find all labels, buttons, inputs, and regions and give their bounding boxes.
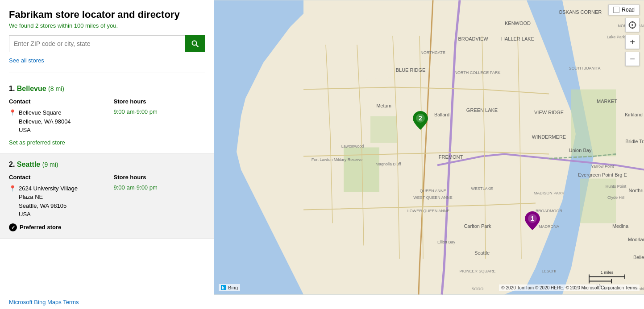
store-1-contact: Contact 📍 Bellevue Square Bellevue, WA 9… [9, 98, 100, 135]
map-controls: Road + − [608, 4, 640, 66]
svg-text:VIEW RIDGE: VIEW RIDGE [534, 110, 564, 115]
page-title: Fabrikam store locator and directory [9, 9, 205, 21]
search-input[interactable] [9, 35, 185, 52]
map-bing-attribution: b Bing [219, 284, 240, 291]
svg-point-66 [632, 24, 633, 26]
svg-text:Carlton Park: Carlton Park [464, 223, 491, 229]
svg-text:LESCHI: LESCHI [542, 269, 557, 273]
store-1-details: Contact 📍 Bellevue Square Bellevue, WA 9… [9, 98, 205, 135]
location-icon-1: 📍 [9, 109, 16, 116]
store-2-name: 2. Seattle (9 mi) [9, 161, 205, 169]
store-2-hours: 9:00 am-9:00 pm [114, 184, 205, 191]
svg-text:NORTHGATE: NORTHGATE [420, 50, 445, 55]
svg-text:Seattle: Seattle [474, 250, 490, 255]
svg-text:WESTLAKE: WESTLAKE [471, 186, 493, 191]
svg-text:Union Bay: Union Bay [569, 148, 592, 153]
svg-rect-4 [370, 116, 397, 143]
svg-text:FREMONT: FREMONT [439, 154, 463, 160]
store-2-contact-label: Contact [9, 174, 100, 181]
store-1-city: Bellevue [17, 85, 46, 92]
store-1-address: Bellevue Square Bellevue, WA 98004 USA [19, 108, 71, 135]
store-2-hours-label: Store hours [114, 174, 205, 181]
store-1-distance: (8 mi) [48, 85, 64, 92]
svg-text:SODO: SODO [472, 287, 484, 291]
store-2-details: Contact 📍 2624 University Village Plaza … [9, 174, 205, 219]
svg-text:Northrup: Northrup [629, 188, 644, 193]
svg-text:GREEN LAKE: GREEN LAKE [466, 107, 498, 113]
bing-icon: b [221, 285, 226, 290]
zoom-in-button[interactable]: + [625, 35, 640, 49]
svg-text:b: b [222, 286, 224, 290]
svg-text:Lawtonwood: Lawtonwood [341, 144, 364, 148]
svg-text:WINDERMERE: WINDERMERE [532, 134, 566, 140]
set-preferred-link-1[interactable]: Set as preferred store [9, 139, 65, 146]
svg-text:Clyde Hill: Clyde Hill [607, 195, 624, 200]
page-footer: Microsoft Bing Maps Terms [0, 295, 644, 309]
store-2-contact: Contact 📍 2624 University Village Plaza … [9, 174, 100, 219]
locate-icon [628, 21, 636, 29]
locate-button[interactable] [625, 18, 640, 32]
svg-text:HALLER LAKE: HALLER LAKE [501, 36, 534, 41]
store-list-panel: Fabrikam store locator and directory We … [0, 0, 214, 295]
svg-text:MADRONA: MADRONA [539, 224, 559, 229]
svg-text:MADISON PARK: MADISON PARK [534, 191, 564, 195]
svg-text:Fort Lawton Military Reserve: Fort Lawton Military Reserve [312, 157, 363, 162]
svg-text:Elliott Bay: Elliott Bay [437, 240, 456, 244]
svg-text:Medina: Medina [612, 223, 629, 229]
svg-text:Ballard: Ballard [434, 112, 449, 117]
road-icon [613, 7, 619, 13]
preferred-badge: ✓ Preferred store [9, 223, 205, 231]
svg-text:Moorland: Moorland [628, 237, 644, 242]
svg-text:NORTH COLLEGE PARK: NORTH COLLEGE PARK [454, 70, 500, 75]
panel-header: Fabrikam store locator and directory We … [0, 0, 214, 78]
map-container: KENWOOD OSKANS CORNER Lake Park NORTH JU… [214, 0, 644, 295]
svg-text:BLUE RIDGE: BLUE RIDGE [396, 67, 426, 73]
svg-text:Magnolia Bluff: Magnolia Bluff [376, 162, 401, 166]
svg-rect-3 [344, 148, 379, 192]
svg-line-1 [196, 45, 199, 47]
map-svg: KENWOOD OSKANS CORNER Lake Park NORTH JU… [214, 0, 644, 295]
store-card-1: 1. Bellevue (8 mi) Contact 📍 Bellevue Sq… [0, 78, 214, 153]
store-2-address-row: 📍 2624 University Village Plaza NE Seatt… [9, 184, 100, 219]
store-1-hours: 9:00 am-9:00 pm [114, 108, 205, 115]
store-card-2: 2. Seattle (9 mi) Contact 📍 2624 Univers… [0, 153, 214, 239]
store-1-contact-label: Contact [9, 98, 100, 105]
map-pin-2[interactable]: 2 [413, 111, 428, 130]
store-2-number: 2. [9, 161, 15, 168]
see-all-link[interactable]: See all stores [9, 57, 44, 64]
search-button[interactable] [185, 35, 205, 52]
search-row [9, 35, 205, 52]
store-1-hours-col: Store hours 9:00 am-9:00 pm [114, 98, 205, 135]
svg-text:OSKANS CORNER: OSKANS CORNER [559, 9, 602, 15]
svg-text:QUEEN ANNE: QUEEN ANNE [420, 189, 446, 193]
location-icon-2: 📍 [9, 185, 16, 192]
svg-text:2: 2 [419, 115, 422, 122]
svg-text:MARKET: MARKET [597, 99, 617, 104]
search-icon [191, 40, 199, 47]
svg-text:WEST QUEEN ANNE: WEST QUEEN ANNE [413, 195, 452, 200]
svg-text:KENWOOD: KENWOOD [505, 21, 531, 26]
road-label: Road [622, 7, 635, 13]
svg-text:Yarrow Point: Yarrow Point [591, 164, 614, 169]
store-2-hours-col: Store hours 9:00 am-9:00 pm [114, 174, 205, 219]
store-2-address: 2624 University Village Plaza NE Seattle… [19, 184, 78, 219]
result-count: We found 2 stores within 100 miles of yo… [9, 22, 205, 29]
store-1-number: 1. [9, 85, 15, 92]
road-view-button[interactable]: Road [608, 4, 640, 15]
map-copyright: © 2020 TomTom © 2020 HERE, © 2020 Micros… [499, 284, 640, 291]
map-pin-1[interactable]: 1 [525, 211, 540, 230]
store-1-address-row: 📍 Bellevue Square Bellevue, WA 98004 USA [9, 108, 100, 135]
preferred-check-icon: ✓ [9, 223, 17, 231]
store-2-distance: (9 mi) [42, 161, 58, 168]
bing-label: Bing [228, 285, 238, 290]
svg-text:Bridle Trails: Bridle Trails [625, 139, 644, 144]
divider [9, 73, 205, 73]
zoom-out-button[interactable]: − [625, 52, 640, 66]
store-1-name: 1. Bellevue (8 mi) [9, 85, 205, 93]
svg-text:1: 1 [531, 215, 534, 222]
svg-text:PIONEER SQUARE: PIONEER SQUARE [459, 269, 495, 273]
svg-text:Metum: Metum [376, 103, 391, 108]
footer-link[interactable]: Microsoft Bing Maps Terms [9, 299, 79, 305]
svg-text:BROADVIEW: BROADVIEW [458, 36, 488, 41]
svg-text:SOUTH JUANITA: SOUTH JUANITA [569, 66, 601, 70]
